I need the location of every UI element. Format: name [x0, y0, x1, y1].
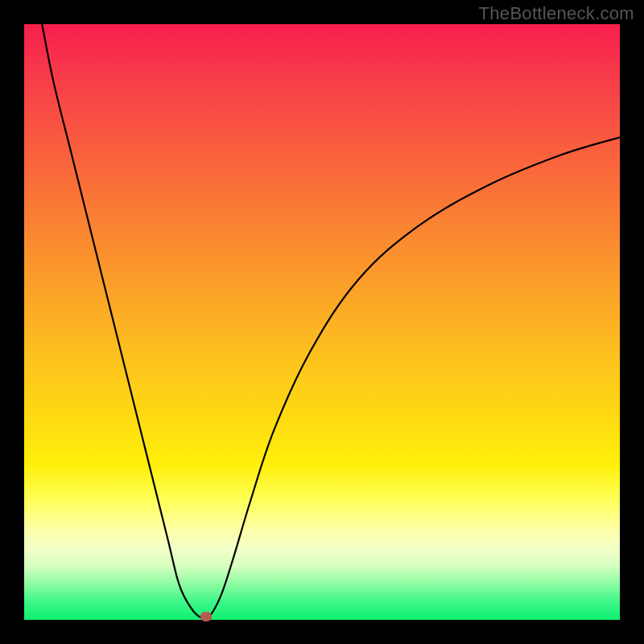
- watermark-text: TheBottleneck.com: [479, 3, 634, 24]
- curve-path: [42, 24, 620, 619]
- plot-area: [24, 24, 620, 620]
- optimum-marker: [200, 612, 212, 621]
- bottleneck-curve: [24, 24, 620, 620]
- chart-frame: TheBottleneck.com: [0, 0, 644, 644]
